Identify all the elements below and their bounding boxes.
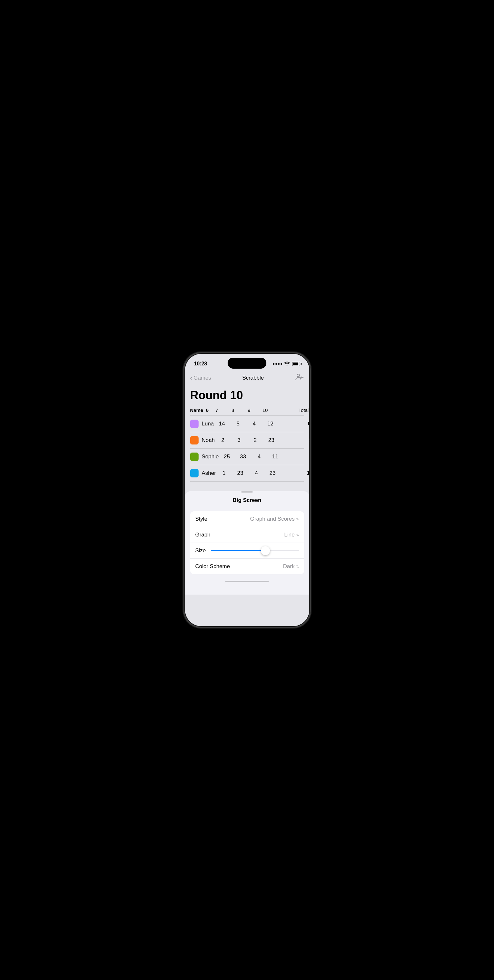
graph-value: Line [284,531,295,538]
noah-color-dot [190,436,199,444]
color-scheme-row: Color Scheme Dark ⇅ [190,559,304,574]
battery-icon [292,362,300,366]
table-row: Luna 14 5 4 12 65 [190,416,304,432]
graph-row: Graph Line ⇅ [190,527,304,543]
sophie-score-9: 4 [251,453,267,460]
home-indicator [225,581,269,582]
table-row: Asher 1 23 4 23 120 [190,465,304,482]
player-asher-cell: Asher [190,469,216,477]
table-header: Name 6 7 8 9 10 Total [190,407,304,416]
header-7: 7 [209,407,225,413]
sophie-score-10: 11 [267,453,283,460]
color-scheme-picker[interactable]: Dark ⇅ [283,563,299,570]
luna-score-9: 4 [246,421,262,427]
color-scheme-label: Color Scheme [195,563,230,570]
sophie-color-dot [190,453,199,461]
scores-section: Round 10 Name 6 7 8 9 10 Total [185,386,309,488]
noah-score-10: 23 [263,437,279,444]
sheet-title: Big Screen [185,493,309,511]
style-label: Style [195,516,207,522]
style-value: Graph and Scores [250,516,295,522]
size-slider-track [211,550,299,551]
nav-title: Scrabble [242,375,264,381]
phone-frame: 10:28 [184,353,311,627]
header-10: 10 [257,407,273,413]
score-table: Name 6 7 8 9 10 Total Luna [190,407,304,482]
luna-name: Luna [202,421,214,427]
header-9: 9 [241,407,257,413]
main-scroll[interactable]: Round 10 Name 6 7 8 9 10 Total [185,386,309,626]
asher-score-9: 4 [248,470,265,476]
color-scheme-chevron-icon: ⇅ [296,565,299,568]
graph-label: Graph [195,531,210,538]
slider-thumb[interactable] [261,546,270,555]
sophie-score-7: 25 [218,453,235,460]
style-chevron-icon: ⇅ [296,517,299,521]
wifi-icon [284,361,290,366]
size-row: Size [190,543,304,559]
player-sophie-cell: Sophie [190,453,219,461]
sophie-score-8: 33 [235,453,251,460]
add-user-button[interactable] [295,372,304,383]
back-label: Games [193,375,211,381]
luna-total: 65 [295,421,309,427]
header-total: Total [289,407,309,413]
noah-total: 90 [295,437,309,444]
round-title: Round 10 [190,386,304,407]
svg-point-0 [297,374,300,377]
noah-score-7: 2 [215,437,231,444]
noah-score-8: 3 [231,437,247,444]
phone-content: 10:28 [185,354,309,626]
asher-score-7: 1 [216,470,232,476]
status-time: 10:28 [194,361,207,367]
table-row: Sophie 25 33 4 11 144 [190,449,304,465]
slider-fill [211,550,266,551]
style-row: Style Graph and Scores ⇅ [190,511,304,527]
luna-score-7: 14 [214,421,230,427]
bottom-sheet: Big Screen Style Graph and Scores ⇅ [185,491,309,595]
phone-screen: 10:28 [185,354,309,626]
player-luna-cell: Luna [190,420,214,428]
sophie-name: Sophie [202,453,219,460]
luna-score-10: 12 [262,421,278,427]
back-chevron-icon: ‹ [190,374,193,382]
luna-score-8: 5 [230,421,246,427]
graph-chevron-icon: ⇅ [296,533,299,537]
luna-color-dot [190,420,199,428]
table-row: Noah 2 3 2 23 90 [190,432,304,449]
header-name: Name 6 [190,407,209,413]
signal-icon [273,363,282,365]
sophie-total: 144 [299,453,309,460]
style-picker[interactable]: Graph and Scores ⇅ [250,516,299,522]
size-label: Size [195,547,206,554]
noah-name: Noah [202,437,215,444]
player-noah-cell: Noah [190,436,215,444]
nav-bar: ‹ Games Scrabble [185,371,309,386]
asher-name: Asher [202,470,216,476]
noah-score-9: 2 [247,437,263,444]
asher-color-dot [190,469,199,477]
graph-picker[interactable]: Line ⇅ [284,531,299,538]
color-scheme-value: Dark [283,563,295,570]
header-8: 8 [225,407,241,413]
status-icons [273,361,300,366]
dynamic-island [228,358,266,369]
asher-total: 120 [297,470,309,476]
settings-card: Style Graph and Scores ⇅ Graph Line ⇅ [190,511,304,574]
asher-score-8: 23 [232,470,248,476]
back-button[interactable]: ‹ Games [190,374,211,382]
asher-score-10: 23 [265,470,280,476]
header-spacer [273,407,289,413]
